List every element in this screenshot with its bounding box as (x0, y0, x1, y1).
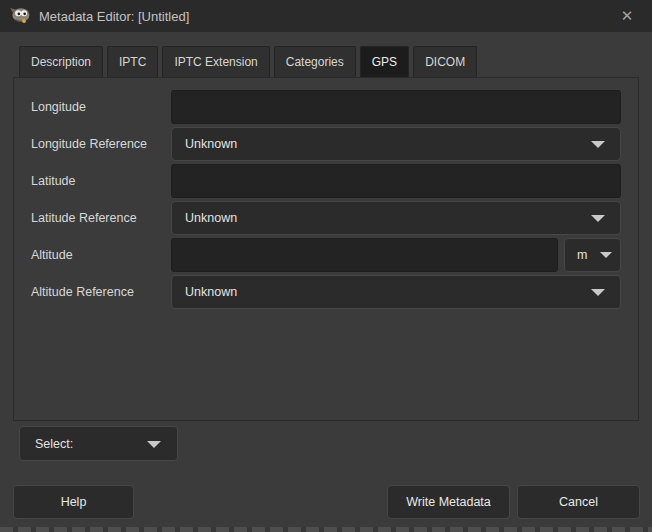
tab-iptc[interactable]: IPTC (107, 46, 158, 77)
altitude-label: Altitude (31, 238, 73, 272)
altitude-unit-value: m (577, 248, 587, 262)
altitude-row: Altitude m (14, 238, 638, 272)
select-dropdown[interactable]: Select: (19, 426, 178, 461)
chevron-down-icon (591, 141, 605, 148)
close-icon[interactable]: ✕ (610, 0, 644, 32)
select-dropdown-label: Select: (35, 437, 73, 451)
chevron-down-icon (591, 215, 605, 222)
longitude-label: Longitude (31, 90, 86, 124)
altitude-unit-dropdown[interactable]: m (564, 238, 621, 272)
write-metadata-button[interactable]: Write Metadata (387, 485, 510, 519)
help-button[interactable]: Help (13, 485, 134, 519)
latitude-reference-label: Latitude Reference (31, 201, 137, 235)
longitude-reference-label: Longitude Reference (31, 127, 147, 161)
altitude-reference-dropdown[interactable]: Unknown (171, 275, 621, 309)
longitude-row: Longitude (14, 90, 638, 124)
gps-tab-panel: Longitude Longitude Reference Unknown La… (13, 77, 639, 421)
window-resize-grip[interactable] (0, 527, 652, 532)
chevron-down-icon (591, 289, 605, 296)
tab-description[interactable]: Description (19, 46, 103, 77)
tab-iptc-extension[interactable]: IPTC Extension (162, 46, 269, 77)
gimp-wilber-icon (9, 7, 31, 25)
longitude-input[interactable] (171, 90, 621, 124)
altitude-input[interactable] (171, 238, 558, 272)
tab-strip: Description IPTC IPTC Extension Categori… (19, 46, 477, 77)
tab-categories[interactable]: Categories (274, 46, 356, 77)
latitude-reference-value: Unknown (185, 211, 237, 225)
longitude-reference-value: Unknown (185, 137, 237, 151)
cancel-button[interactable]: Cancel (517, 485, 640, 519)
latitude-input[interactable] (171, 164, 621, 198)
longitude-reference-dropdown[interactable]: Unknown (171, 127, 621, 161)
latitude-label: Latitude (31, 164, 75, 198)
longitude-reference-row: Longitude Reference Unknown (14, 127, 638, 161)
altitude-reference-value: Unknown (185, 285, 237, 299)
titlebar: Metadata Editor: [Untitled] ✕ (0, 0, 652, 32)
window-title: Metadata Editor: [Untitled] (39, 9, 189, 24)
altitude-reference-label: Altitude Reference (31, 275, 134, 309)
latitude-reference-row: Latitude Reference Unknown (14, 201, 638, 235)
chevron-down-icon (147, 441, 161, 448)
metadata-editor-dialog: Metadata Editor: [Untitled] ✕ Descriptio… (0, 0, 652, 532)
chevron-down-icon (600, 252, 612, 258)
altitude-reference-row: Altitude Reference Unknown (14, 275, 638, 309)
latitude-reference-dropdown[interactable]: Unknown (171, 201, 621, 235)
tab-dicom[interactable]: DICOM (413, 46, 477, 77)
latitude-row: Latitude (14, 164, 638, 198)
tab-gps[interactable]: GPS (360, 46, 409, 77)
